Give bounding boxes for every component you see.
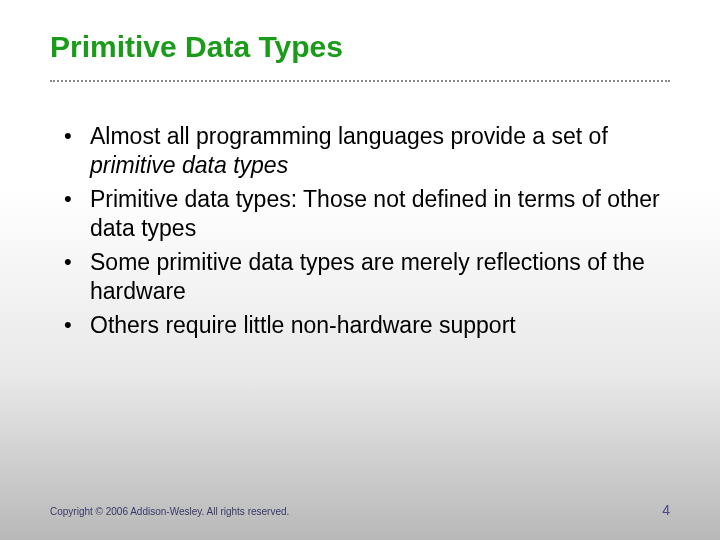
slide-title: Primitive Data Types: [50, 30, 670, 64]
list-item: Almost all programming languages provide…: [64, 122, 670, 181]
list-item: Some primitive data types are merely ref…: [64, 248, 670, 307]
bullet-text-em: primitive data types: [90, 152, 288, 178]
bullet-text-pre: Some primitive data types are merely ref…: [90, 249, 645, 304]
bullet-text-pre: Others require little non-hardware suppo…: [90, 312, 516, 338]
title-divider: [50, 80, 670, 82]
bullet-text-pre: Primitive data types: Those not defined …: [90, 186, 660, 241]
slide: Primitive Data Types Almost all programm…: [0, 0, 720, 540]
page-number: 4: [662, 502, 670, 518]
bullet-text-pre: Almost all programming languages provide…: [90, 123, 608, 149]
list-item: Primitive data types: Those not defined …: [64, 185, 670, 244]
slide-footer: Copyright © 2006 Addison-Wesley. All rig…: [50, 502, 670, 518]
list-item: Others require little non-hardware suppo…: [64, 311, 670, 340]
copyright-text: Copyright © 2006 Addison-Wesley. All rig…: [50, 506, 289, 517]
bullet-list: Almost all programming languages provide…: [50, 122, 670, 340]
